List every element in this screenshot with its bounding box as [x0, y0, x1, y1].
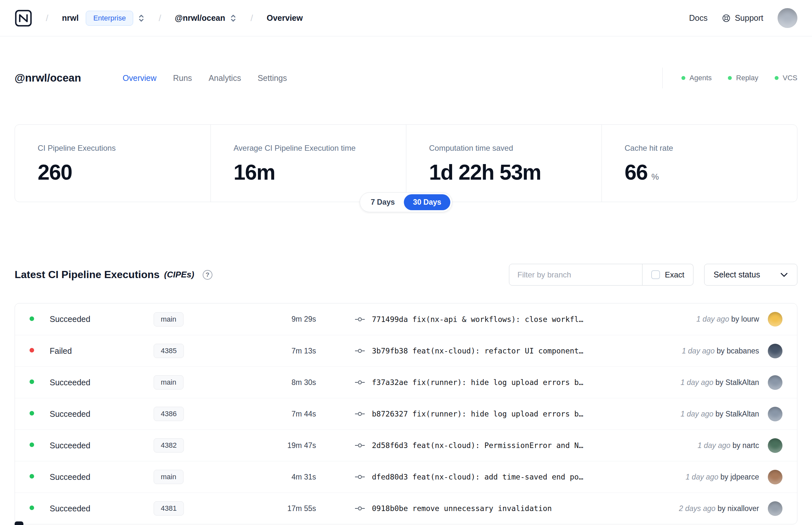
indicator-vcs[interactable]: VCS: [775, 74, 797, 82]
status-dot: [30, 506, 34, 510]
stats-card-group: CI Pipeline Executions 260 Average CI Pi…: [15, 124, 797, 202]
branch-filter-input[interactable]: [509, 264, 642, 286]
cipe-row[interactable]: Succeeded 4381 17m 55s 0918b0be remove u…: [15, 493, 797, 524]
duration: 9m 29s: [261, 315, 316, 324]
branch-badge: main: [154, 312, 184, 327]
stat-value: 66: [625, 160, 647, 184]
status-indicators: Agents Replay VCS: [662, 68, 797, 88]
stat-value: 1d 22h 53m: [429, 160, 541, 184]
tab-analytics[interactable]: Analytics: [209, 73, 241, 83]
tab-overview[interactable]: Overview: [123, 73, 156, 83]
exact-checkbox[interactable]: [651, 270, 660, 279]
range-option-30d[interactable]: 30 Days: [404, 194, 450, 210]
row-author: by jdpearce: [720, 473, 759, 481]
avatar: [768, 438, 782, 453]
breadcrumb-separator: /: [46, 13, 48, 24]
branch-badge: main: [154, 470, 184, 484]
stats-section: CI Pipeline Executions 260 Average CI Pi…: [15, 124, 797, 202]
indicator-agents[interactable]: Agents: [681, 74, 712, 82]
stat-label: Cache hit rate: [625, 144, 791, 153]
chevron-down-icon: [780, 272, 788, 278]
commit-icon: [355, 411, 365, 417]
commit-message: 0918b0be remove unnecessary invalidation: [372, 504, 552, 513]
commit-icon: [355, 317, 365, 322]
status-dot: [30, 316, 34, 321]
workspace-switcher-icon[interactable]: [230, 13, 237, 24]
indicator-label: Replay: [736, 74, 758, 82]
stat-label: Average CI Pipeline Execution time: [233, 144, 399, 153]
exact-filter-segment: Exact: [642, 264, 693, 286]
branch-badge: 4382: [154, 438, 184, 452]
row-time: 1 day ago: [680, 378, 713, 387]
status-label: Succeeded: [50, 314, 154, 324]
commit-icon: [355, 506, 365, 511]
nx-logo[interactable]: [15, 10, 32, 27]
status-dot: [30, 379, 34, 384]
status-dot: [30, 442, 34, 447]
green-dot-icon: [775, 76, 779, 80]
avatar: [768, 470, 782, 484]
green-dot-icon: [681, 76, 685, 80]
commit-icon: [355, 348, 365, 354]
help-icon[interactable]: ?: [203, 270, 212, 280]
row-author: by lourw: [731, 315, 759, 323]
stat-card-avg-time: Average CI Pipeline Execution time 16m: [211, 125, 406, 202]
avatar: [768, 407, 782, 421]
cipe-controls: Exact Select status: [509, 264, 797, 286]
status-dot: [30, 474, 34, 479]
status-label: Succeeded: [50, 472, 154, 482]
chat-widget-partial[interactable]: [15, 522, 24, 525]
branch-badge: 4381: [154, 501, 184, 515]
breadcrumb-separator: /: [250, 13, 253, 24]
stat-suffix: %: [651, 172, 659, 182]
cipe-title: Latest CI Pipeline Executions: [15, 269, 159, 281]
cipe-row[interactable]: Succeeded main 9m 29s 771499da fix(nx-ap…: [15, 303, 797, 335]
navbar-right: Docs Support: [689, 8, 797, 28]
stat-card-time-saved: Computation time saved 1d 22h 53m: [406, 125, 601, 202]
breadcrumb-workspace[interactable]: @nrwl/ocean: [175, 13, 225, 23]
cipe-title-wrap: Latest CI Pipeline Executions (CIPEs) ?: [15, 269, 212, 281]
cipe-row[interactable]: Succeeded main 4m 31s dfed80d3 feat(nx-c…: [15, 461, 797, 493]
stat-card-cache-hit: Cache hit rate 66%: [601, 125, 797, 202]
top-navbar: / nrwl Enterprise / @nrwl/ocean / Overvi…: [0, 0, 812, 36]
duration: 4m 31s: [261, 473, 316, 481]
indicator-label: Agents: [690, 74, 712, 82]
cipe-section-header: Latest CI Pipeline Executions (CIPEs) ? …: [15, 264, 797, 286]
support-link[interactable]: Support: [722, 13, 763, 23]
row-author: by StalkAltan: [716, 410, 759, 418]
enterprise-badge[interactable]: Enterprise: [86, 11, 133, 26]
row-author: by bcabanes: [717, 347, 759, 355]
tab-settings[interactable]: Settings: [258, 73, 287, 83]
user-avatar[interactable]: [778, 8, 797, 28]
row-author: by nartc: [732, 441, 759, 450]
docs-link[interactable]: Docs: [689, 13, 707, 23]
date-range-toggle: 7 Days 30 Days: [359, 192, 452, 212]
breadcrumb-page: Overview: [267, 13, 303, 23]
commit-message: dfed80d3 feat(nx-cloud): add time-saved …: [372, 473, 583, 481]
row-time: 1 day ago: [698, 441, 731, 450]
row-author: by StalkAltan: [716, 378, 759, 387]
branch-badge: 4386: [154, 407, 184, 421]
status-select-button[interactable]: Select status: [704, 264, 797, 286]
breadcrumb-separator: /: [158, 13, 161, 24]
duration: 7m 13s: [261, 347, 316, 356]
cipe-row[interactable]: Failed 4385 7m 13s 3b79fb38 feat(nx-clou…: [15, 335, 797, 366]
tab-runs[interactable]: Runs: [173, 73, 192, 83]
commit-message: 3b79fb38 feat(nx-cloud): refactor UI com…: [372, 347, 583, 355]
cipe-title-suffix: (CIPEs): [164, 270, 194, 280]
duration: 8m 30s: [261, 378, 316, 387]
commit-message: 771499da fix(nx-api & workflows): close …: [372, 315, 583, 324]
commit-icon: [355, 474, 365, 480]
org-switcher-icon[interactable]: [138, 13, 145, 24]
breadcrumb-org[interactable]: nrwl: [62, 13, 79, 23]
cipe-row[interactable]: Succeeded main 8m 30s f37a32ae fix(runne…: [15, 366, 797, 398]
commit-message: f37a32ae fix(runner): hide log upload er…: [372, 378, 583, 387]
branch-badge: 4385: [154, 344, 184, 358]
cipe-row[interactable]: Succeeded 4386 7m 44s b8726327 fix(runne…: [15, 398, 797, 430]
range-option-7d[interactable]: 7 Days: [362, 194, 404, 210]
stat-card-executions: CI Pipeline Executions 260: [15, 125, 211, 202]
stat-value: 16m: [233, 160, 275, 184]
workspace-tabs: Overview Runs Analytics Settings: [123, 73, 287, 83]
cipe-row[interactable]: Succeeded 4382 19m 47s 2d58f6d3 feat(nx-…: [15, 430, 797, 461]
indicator-replay[interactable]: Replay: [728, 74, 758, 82]
